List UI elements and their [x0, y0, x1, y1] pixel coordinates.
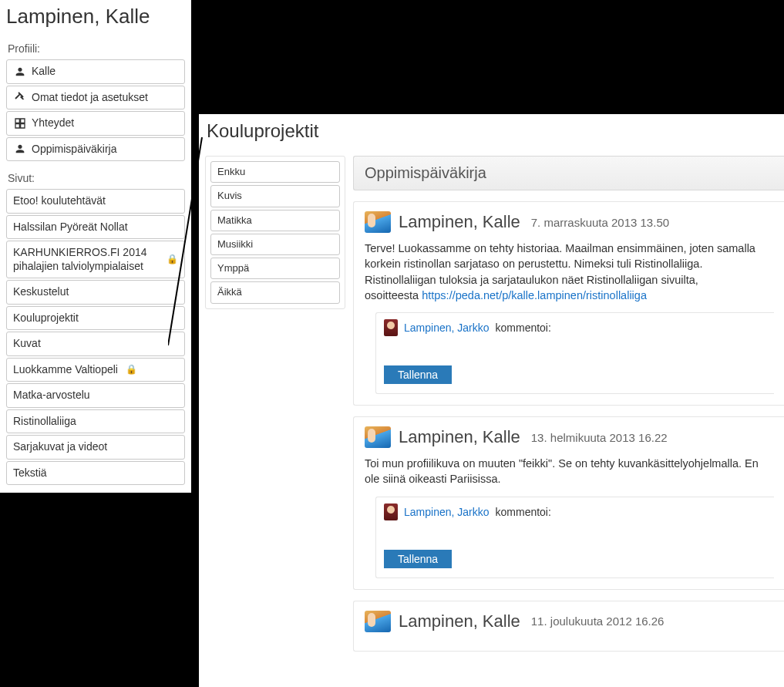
nav-label: Kuvat — [13, 337, 41, 351]
post-date: 7. marraskuuta 2013 13.50 — [531, 216, 669, 229]
comment-box: Lampinen, Jarkko kommentoi:Tallenna — [375, 497, 774, 578]
pages-section-label: Sivut: — [8, 172, 185, 184]
post-author[interactable]: Lampinen, Kalle — [399, 427, 520, 447]
subnav-item[interactable]: Matikka — [210, 210, 340, 231]
nav-label: Kalle — [32, 65, 56, 79]
subnav-item[interactable]: Musiikki — [210, 234, 340, 255]
page-item[interactable]: Luokkamme Valtiopeli🔒 — [6, 358, 185, 382]
pages-nav: Etoo! koulutehtävätHalssilan Pyöreät Nol… — [6, 189, 185, 485]
avatar — [384, 319, 398, 336]
nav-label: Musiikki — [217, 238, 253, 251]
user-icon — [13, 143, 27, 155]
nav-label: Matikka — [217, 214, 252, 227]
settings-icon — [13, 91, 27, 103]
profile-panel: Lampinen, Kalle Profiili: Kalle Omat tie… — [0, 0, 191, 493]
page-item[interactable]: Etoo! koulutehtävät — [6, 189, 185, 214]
commenter-link[interactable]: Lampinen, Jarkko — [404, 322, 490, 334]
nav-label: Yhteydet — [32, 116, 74, 130]
post-header: Lampinen, Kalle13. helmikuuta 2013 16.22 — [365, 426, 774, 448]
profile-item-diary[interactable]: Oppimispäiväkirja — [6, 137, 185, 162]
page-item[interactable]: Keskustelut — [6, 280, 185, 305]
nav-label: Kuvis — [217, 190, 242, 202]
nav-label: Halssilan Pyöreät Nollat — [13, 221, 128, 234]
detail-title: Kouluprojektit — [207, 120, 784, 142]
content-column: Oppimispäiväkirja Lampinen, Kalle7. marr… — [353, 156, 784, 662]
sub-nav: EnkkuKuvisMatikkaMusiikkiYmppäÄikkä — [205, 156, 345, 309]
page-item[interactable]: KARHUNKIERROS.FI 2014 pihalajien talviol… — [6, 241, 185, 278]
nav-label: Tekstiä — [13, 466, 47, 480]
comment-header: Lampinen, Jarkko kommentoi: — [384, 319, 766, 336]
page-item[interactable]: Tekstiä — [6, 461, 185, 486]
page-item[interactable]: Kouluprojektit — [6, 306, 185, 331]
detail-panel: Kouluprojektit EnkkuKuvisMatikkaMusiikki… — [199, 114, 784, 687]
page-item[interactable]: Halssilan Pyöreät Nollat — [6, 215, 185, 240]
commenter-link[interactable]: Lampinen, Jarkko — [404, 506, 490, 518]
content-header: Oppimispäiväkirja — [353, 156, 784, 190]
commented-label: kommentoi: — [496, 322, 551, 334]
subnav-item[interactable]: Ymppä — [210, 258, 340, 279]
profile-section-label: Profiili: — [8, 42, 185, 55]
post-header: Lampinen, Kalle7. marraskuuta 2013 13.50 — [365, 211, 774, 233]
nav-label: Sarjakuvat ja videot — [13, 440, 107, 454]
subnav-item[interactable]: Äikkä — [210, 281, 340, 303]
avatar — [384, 503, 398, 520]
nav-label: Äikkä — [217, 286, 242, 298]
page-item[interactable]: Matka-arvostelu — [6, 383, 185, 408]
post-link[interactable]: https://peda.net/p/kalle.lampinen/ristin… — [422, 289, 647, 301]
lock-icon: 🔒 — [167, 254, 178, 265]
avatar — [365, 211, 391, 233]
profile-nav: Kalle Omat tiedot ja asetukset Yhteydet … — [6, 59, 185, 161]
content-title: Oppimispäiväkirja — [365, 164, 774, 182]
nav-label: Omat tiedot ja asetukset — [32, 91, 148, 105]
save-button[interactable]: Tallenna — [384, 550, 452, 568]
post-author[interactable]: Lampinen, Kalle — [399, 611, 520, 631]
post: Lampinen, Kalle13. helmikuuta 2013 16.22… — [353, 416, 784, 590]
page-item[interactable]: Sarjakuvat ja videot — [6, 435, 185, 460]
nav-label: Matka-arvostelu — [13, 389, 90, 402]
nav-label: Luokkamme Valtiopeli — [13, 363, 118, 377]
commented-label: kommentoi: — [496, 506, 551, 518]
post-body: Toi mun profiilikuva on muuten "feikki".… — [365, 456, 774, 487]
profile-item-connections[interactable]: Yhteydet — [6, 111, 185, 136]
profile-item-settings[interactable]: Omat tiedot ja asetukset — [6, 86, 185, 110]
user-icon — [13, 66, 27, 78]
page-item[interactable]: Kuvat — [6, 332, 185, 356]
post-body: Terve! Luokassamme on tehty historiaa. M… — [365, 241, 774, 303]
post-header: Lampinen, Kalle11. joulukuuta 2012 16.26 — [365, 611, 774, 632]
grid-icon — [13, 117, 27, 130]
nav-label: Ristinollaliiga — [13, 415, 76, 429]
nav-label: KARHUNKIERROS.FI 2014 pihalajien talviol… — [13, 246, 159, 273]
comment-box: Lampinen, Jarkko kommentoi:Tallenna — [375, 312, 774, 394]
profile-title: Lampinen, Kalle — [6, 5, 185, 29]
nav-label: Oppimispäiväkirja — [32, 143, 116, 157]
profile-item-kalle[interactable]: Kalle — [6, 59, 185, 84]
nav-label: Ymppä — [217, 262, 249, 274]
post: Lampinen, Kalle7. marraskuuta 2013 13.50… — [353, 201, 784, 406]
avatar — [365, 611, 391, 632]
comment-header: Lampinen, Jarkko kommentoi: — [384, 503, 766, 520]
page-item[interactable]: Ristinollaliiga — [6, 409, 185, 434]
nav-label: Keskustelut — [13, 285, 69, 299]
nav-label: Etoo! koulutehtävät — [13, 194, 106, 208]
subnav-item[interactable]: Kuvis — [210, 185, 340, 207]
subnav-item[interactable]: Enkku — [210, 161, 340, 183]
post-date: 11. joulukuuta 2012 16.26 — [531, 615, 665, 628]
post: Lampinen, Kalle11. joulukuuta 2012 16.26 — [353, 601, 784, 652]
lock-icon: 🔒 — [126, 364, 137, 375]
nav-label: Enkku — [217, 166, 245, 178]
save-button[interactable]: Tallenna — [384, 365, 452, 384]
post-author[interactable]: Lampinen, Kalle — [399, 212, 520, 232]
post-date: 13. helmikuuta 2013 16.22 — [531, 431, 668, 444]
avatar — [365, 426, 391, 448]
nav-label: Kouluprojektit — [13, 312, 79, 325]
